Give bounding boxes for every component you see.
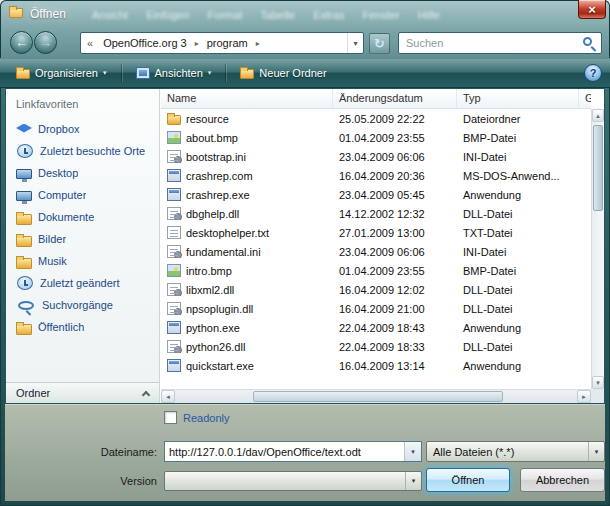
file-icon [167, 150, 181, 163]
file-type: DLL-Datei [457, 284, 579, 296]
breadcrumb-overflow-icon[interactable]: « [81, 37, 99, 49]
file-row[interactable]: libxml2.dll 16.04.2009 12:02 DLL-Datei [161, 280, 591, 299]
search-icon[interactable] [583, 37, 592, 46]
file-row[interactable]: npsoplugin.dll 16.04.2009 21:00 DLL-Date… [161, 299, 591, 318]
file-icon [167, 226, 181, 239]
views-button[interactable]: Ansichten ▾ [128, 61, 220, 85]
organize-icon [16, 69, 30, 79]
scroll-right-button[interactable]: ► [577, 390, 591, 403]
file-row[interactable]: about.bmp 01.04.2009 23:55 BMP-Datei [161, 128, 591, 147]
filetype-value: Alle Dateien (*.*) [427, 446, 588, 458]
file-name: about.bmp [186, 132, 238, 144]
column-header-date[interactable]: Änderungsdatum [333, 89, 457, 108]
file-date: 01.04.2009 23:55 [333, 132, 457, 144]
sidebar-item[interactable]: Öffentlich [6, 316, 159, 338]
file-type: BMP-Datei [457, 265, 579, 277]
file-row[interactable]: fundamental.ini 23.04.2009 06:06 INI-Dat… [161, 242, 591, 261]
version-select[interactable]: ▾ [164, 471, 422, 491]
file-type: BMP-Datei [457, 132, 579, 144]
back-icon: ← [15, 35, 28, 50]
file-row[interactable]: crashrep.exe 23.04.2009 05:45 Anwendung [161, 185, 591, 204]
file-row[interactable]: crashrep.com 16.04.2009 20:36 MS-DOS-Anw… [161, 166, 591, 185]
breadcrumb: « OpenOffice.org 3 ▸ program ▸ ▾ [80, 32, 364, 54]
file-name: fundamental.ini [186, 246, 261, 258]
filename-dropdown[interactable]: ▾ [404, 442, 421, 461]
sidebar-item[interactable]: Dropbox [6, 118, 159, 140]
scroll-down-button[interactable]: ▼ [592, 376, 604, 389]
open-button[interactable]: Öffnen [426, 468, 510, 492]
file-row[interactable]: bootstrap.ini 23.04.2009 06:06 INI-Datei [161, 147, 591, 166]
file-icon [167, 359, 181, 372]
breadcrumb-item[interactable]: OpenOffice.org 3 ▸ [99, 33, 203, 53]
background-app-menubar: Ansicht Einfügen Format Tabelle Extras F… [92, 9, 440, 21]
refresh-button[interactable]: ↻ [369, 33, 390, 54]
file-list: Name Änderungsdatum Typ G resource 25.05… [161, 89, 604, 403]
file-type: Anwendung [457, 189, 579, 201]
file-type: INI-Datei [457, 151, 579, 163]
file-row[interactable]: resource 25.05.2009 22:22 Dateiordner [161, 109, 591, 128]
file-row[interactable]: intro.bmp 01.04.2009 23:55 BMP-Datei [161, 261, 591, 280]
file-date: 16.04.2009 12:02 [333, 284, 457, 296]
close-button[interactable]: × [578, 0, 606, 19]
sidebar-item[interactable]: Desktop [6, 162, 159, 184]
vertical-scrollbar[interactable]: ▲ ▼ [591, 109, 604, 389]
forward-button[interactable]: → [34, 31, 57, 54]
sidebar-item[interactable]: Computer [6, 184, 159, 206]
search-input[interactable] [399, 33, 575, 53]
file-row[interactable]: dbghelp.dll 14.12.2002 12:32 DLL-Datei [161, 204, 591, 223]
sidebar-item[interactable]: Dokumente [6, 206, 159, 228]
breadcrumb-dropdown[interactable]: ▾ [347, 33, 363, 53]
filename-input[interactable] [165, 442, 404, 461]
file-type: DLL-Datei [457, 303, 579, 315]
column-header-name[interactable]: Name [161, 89, 333, 108]
file-date: 14.12.2002 12:32 [333, 208, 457, 220]
breadcrumb-item[interactable]: program ▸ [203, 33, 264, 53]
file-row[interactable]: desktophelper.txt 27.01.2009 13:00 TXT-D… [161, 223, 591, 242]
sidebar-item[interactable]: Zuletzt besuchte Orte [6, 140, 159, 162]
sidebar-item[interactable]: Suchvorgänge [6, 294, 159, 316]
file-type: INI-Datei [457, 246, 579, 258]
file-icon [167, 245, 181, 258]
file-name: crashrep.com [186, 170, 253, 182]
file-name: libxml2.dll [186, 284, 234, 296]
help-button[interactable]: ? [584, 64, 602, 82]
sidebar-item[interactable]: Zuletzt geändert [6, 272, 159, 294]
forward-icon: → [39, 35, 52, 50]
column-header-type[interactable]: Typ [457, 89, 579, 108]
help-icon: ? [590, 67, 597, 79]
horizontal-scrollbar[interactable]: ◄ ► [161, 389, 591, 403]
horizontal-scroll-thumb[interactable] [253, 391, 503, 402]
file-row[interactable]: python.exe 22.04.2009 18:43 Anwendung [161, 318, 591, 337]
search-box [398, 32, 602, 54]
sidebar-item[interactable]: Bilder [6, 228, 159, 250]
column-header-size[interactable]: G [579, 89, 591, 108]
new-folder-button[interactable]: Neuer Ordner [232, 61, 334, 85]
column-headers: Name Änderungsdatum Typ G [161, 89, 591, 109]
back-button[interactable]: ← [10, 31, 33, 54]
scroll-left-button[interactable]: ◄ [161, 390, 175, 403]
file-row[interactable]: python26.dll 22.04.2009 18:33 DLL-Datei [161, 337, 591, 356]
file-row[interactable]: quickstart.exe 16.04.2009 13:14 Anwendun… [161, 356, 591, 375]
readonly-checkbox[interactable] [164, 411, 177, 424]
vertical-scroll-thumb[interactable] [593, 125, 603, 211]
chevron-down-icon: ▾ [103, 69, 107, 77]
file-icon [167, 340, 181, 353]
toolbar-separator [121, 64, 122, 82]
filename-label: Dateiname: [5, 446, 157, 458]
organize-button[interactable]: Organisieren ▾ [8, 61, 115, 85]
close-icon: × [588, 2, 596, 17]
title-bar[interactable]: Öffnen Ansicht Einfügen Format Tabelle E… [0, 0, 610, 28]
filetype-select[interactable]: Alle Dateien (*.*) ▾ [426, 441, 605, 462]
file-icon [167, 283, 181, 296]
cancel-button[interactable]: Abbrechen [520, 468, 605, 492]
file-type: DLL-Datei [457, 208, 579, 220]
command-toolbar: Organisieren ▾ Ansichten ▾ Neuer Ordner … [0, 58, 610, 88]
readonly-label[interactable]: Readonly [183, 412, 229, 424]
sidebar-item[interactable]: Musik [6, 250, 159, 272]
favorites-header: Linkfavoriten [6, 89, 159, 112]
file-date: 22.04.2009 18:33 [333, 341, 457, 353]
folders-expander[interactable]: Ordner [6, 382, 159, 403]
scroll-up-button[interactable]: ▲ [592, 109, 604, 122]
file-icon [167, 169, 181, 182]
file-type: MS-DOS-Anwend... [457, 170, 579, 182]
